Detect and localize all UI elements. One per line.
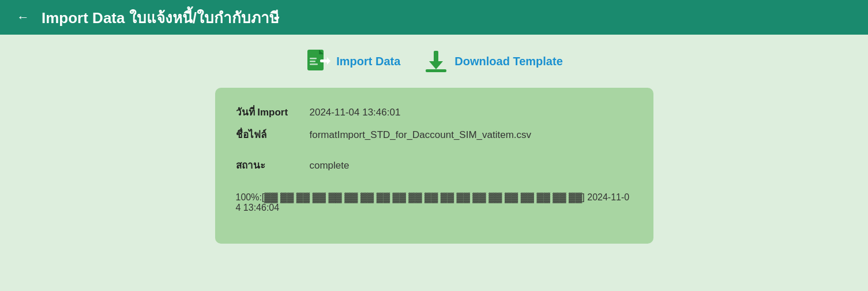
download-template-label: Download Template xyxy=(454,55,562,68)
svg-rect-5 xyxy=(310,61,315,62)
filename-label: ชื่อไฟล์ xyxy=(236,126,305,142)
import-data-button[interactable]: Import Data xyxy=(305,48,400,74)
svg-marker-3 xyxy=(327,57,330,65)
status-label: สถานะ xyxy=(236,157,305,173)
action-buttons-row: Import Data Download Template xyxy=(305,48,563,74)
svg-rect-10 xyxy=(426,69,446,72)
import-data-icon xyxy=(305,48,330,74)
svg-rect-6 xyxy=(310,64,318,65)
date-row: วันที่ Import 2024-11-04 13:46:01 xyxy=(236,104,633,120)
back-button[interactable]: ← xyxy=(14,8,32,27)
download-template-icon xyxy=(423,48,449,74)
import-data-label: Import Data xyxy=(336,55,400,68)
status-value: complete xyxy=(310,160,350,171)
spacer xyxy=(236,149,633,157)
status-row: สถานะ complete xyxy=(236,157,633,173)
date-label: วันที่ Import xyxy=(236,104,305,120)
svg-marker-9 xyxy=(429,61,443,69)
date-value: 2024-11-04 13:46:01 xyxy=(310,107,401,118)
filename-value: formatImport_STD_for_Daccount_SIM_vatite… xyxy=(310,129,532,141)
page-title: Import Data ใบแจ้งหนี้/ใบกำกับภาษี xyxy=(42,6,279,29)
info-card: วันที่ Import 2024-11-04 13:46:01 ชื่อไฟ… xyxy=(215,88,653,244)
svg-rect-4 xyxy=(310,58,317,59)
filename-row: ชื่อไฟล์ formatImport_STD_for_Daccount_S… xyxy=(236,126,633,142)
spacer2 xyxy=(236,180,633,188)
main-content: Import Data Download Template วันที่ Imp… xyxy=(0,35,868,244)
header: ← Import Data ใบแจ้งหนี้/ใบกำกับภาษี xyxy=(0,0,868,35)
download-template-button[interactable]: Download Template xyxy=(423,48,562,74)
progress-text: 100%:[▓▓ ▓▓ ▓▓ ▓▓ ▓▓ ▓▓ ▓▓ ▓▓ ▓▓ ▓▓ ▓▓ ▓… xyxy=(236,192,633,213)
